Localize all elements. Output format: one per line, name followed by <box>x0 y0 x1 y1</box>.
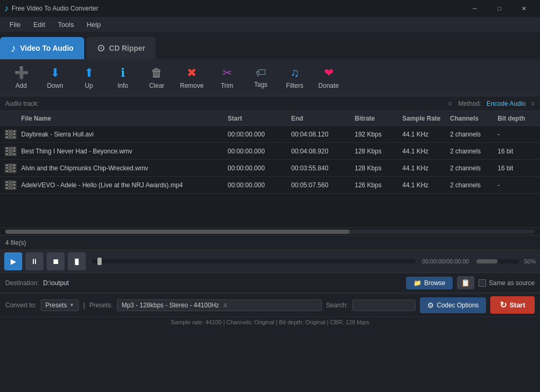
svg-rect-7 <box>8 130 13 139</box>
volume-track[interactable] <box>476 259 519 263</box>
channels-0: 2 channels <box>448 131 496 138</box>
same-source-check[interactable] <box>479 279 486 287</box>
samplerate-0: 44.1 KHz <box>400 131 448 138</box>
table-row[interactable]: Best Thing I Never Had - Beyonce.wmv 00:… <box>0 143 540 160</box>
convert-area: Convert to: Presets ▼ | Presets: Mp3 - 1… <box>0 293 540 327</box>
up-button[interactable]: ⬆ Up <box>73 63 105 93</box>
titlebar-left: ♪ Free Video To Audio Converter <box>4 4 98 13</box>
tab-music-icon: ♪ <box>11 42 16 54</box>
start-icon: ↻ <box>500 300 507 310</box>
tabbar: ♪ Video To Audio ⊙ CD Ripper <box>0 32 540 59</box>
filters-button[interactable]: ♫ Filters <box>279 63 311 93</box>
bitrate-0: 192 Kbps <box>353 131 400 138</box>
destination-row: Destination: D:\output 📁 Browse 📋 Same a… <box>0 273 540 293</box>
start-label: Start <box>509 301 525 309</box>
tab-cd-ripper[interactable]: ⊙ CD Ripper <box>86 37 156 59</box>
trim-button[interactable]: ✂ Trim <box>211 63 243 93</box>
svg-rect-3 <box>6 136 8 138</box>
info-text: Sample rate: 44100 | Channels: Original … <box>171 319 370 325</box>
search-input[interactable] <box>352 299 416 311</box>
table-row[interactable]: AdeleVEVO - Adele - Hello (Live at the N… <box>0 177 540 194</box>
file-icon-2 <box>2 163 19 173</box>
start-button[interactable]: ↻ Start <box>490 296 535 314</box>
play-button[interactable]: ▶ <box>4 252 22 270</box>
svg-rect-4 <box>13 131 15 132</box>
col-channels: Channels <box>448 115 496 122</box>
close-button[interactable]: ✕ <box>511 0 536 17</box>
convert-to-label: Convert to: <box>5 302 37 309</box>
menu-tools[interactable]: Tools <box>52 19 79 31</box>
codec-options-button[interactable]: ⚙ Codec Options <box>420 297 486 313</box>
menu-help[interactable]: Help <box>82 19 106 31</box>
minimize-button[interactable]: ─ <box>463 0 487 17</box>
remove-button[interactable]: ✖ Remove <box>175 63 209 93</box>
browse-label: Browse <box>424 279 445 287</box>
tab-cd-ripper-label: CD Ripper <box>109 44 145 52</box>
convert-type-select[interactable]: Presets ▼ <box>41 299 79 311</box>
presets-selector[interactable]: Mp3 - 128kbps - Stereo - 44100Hz ≡ <box>117 299 322 311</box>
same-as-source-checkbox[interactable]: Same as source <box>479 279 535 287</box>
horizontal-scrollbar[interactable] <box>0 227 540 235</box>
waveform-button[interactable]: ▐▌ <box>68 252 86 270</box>
donate-icon: ❤ <box>324 66 334 80</box>
pause-button[interactable]: ⏸ <box>25 252 43 270</box>
table-row[interactable]: Alvin and the Chipmunks Chip-Wrecked.wmv… <box>0 160 540 177</box>
file-icon-0 <box>2 130 19 139</box>
method-menu-icon[interactable]: ≡ <box>531 100 535 107</box>
bitrate-2: 128 Kbps <box>353 165 400 172</box>
menu-file[interactable]: File <box>4 19 26 31</box>
scroll-thumb[interactable] <box>5 230 349 234</box>
up-label: Up <box>85 82 93 89</box>
svg-rect-19 <box>6 170 8 172</box>
table-row[interactable]: Daybreak - Sierra Hull.avi 00:00:00.000 … <box>0 126 540 143</box>
progress-track[interactable] <box>92 259 416 263</box>
menu-edit[interactable]: Edit <box>28 19 50 31</box>
tags-label: Tags <box>254 81 267 88</box>
donate-button[interactable]: ❤ Donate <box>313 63 345 93</box>
channels-3: 2 channels <box>448 181 496 189</box>
presets-menu-icon: ≡ <box>223 302 227 309</box>
app-icon: ♪ <box>4 4 8 13</box>
maximize-button[interactable]: □ <box>487 0 511 17</box>
tab-video-to-audio[interactable]: ♪ Video To Audio <box>0 37 84 59</box>
search-label: Search: <box>326 302 348 309</box>
bitrate-3: 126 Kbps <box>353 181 400 189</box>
destination-path: D:\output <box>43 279 402 287</box>
svg-rect-1 <box>6 131 8 132</box>
down-button[interactable]: ⬇ Down <box>39 63 71 93</box>
volume-fill <box>476 259 498 263</box>
remove-label: Remove <box>180 82 204 89</box>
browse-button[interactable]: 📁 Browse <box>406 277 453 289</box>
svg-rect-11 <box>6 153 8 155</box>
svg-rect-2 <box>6 133 8 135</box>
info-button[interactable]: ℹ Info <box>107 63 139 93</box>
add-button[interactable]: ➕ Add <box>5 63 37 93</box>
presets-separator: | <box>83 301 85 309</box>
film-strip-icon <box>5 163 16 173</box>
down-icon: ⬇ <box>50 66 60 80</box>
clear-button[interactable]: 🗑 Clear <box>141 63 173 93</box>
bitdepth-1: 16 bit <box>496 148 538 155</box>
col-filename: File Name <box>19 115 226 122</box>
titlebar: ♪ Free Video To Audio Converter ─ □ ✕ <box>0 0 540 17</box>
svg-rect-20 <box>13 165 15 166</box>
tags-button[interactable]: 🏷 Tags <box>245 63 277 92</box>
svg-rect-13 <box>13 150 15 152</box>
svg-rect-30 <box>13 187 15 189</box>
bitdepth-2: 16 bit <box>496 165 538 172</box>
svg-rect-25 <box>6 181 8 183</box>
film-strip-icon <box>5 147 16 156</box>
folder-icon: 📁 <box>413 279 421 287</box>
samplerate-3: 44.1 KHz <box>400 181 448 189</box>
filename-0: Daybreak - Sierra Hull.avi <box>19 131 226 138</box>
svg-rect-5 <box>13 133 15 135</box>
select-arrow-icon: ▼ <box>69 302 74 308</box>
folder-shortcut-button[interactable]: 📋 <box>457 276 474 289</box>
status-bar: 4 file(s) <box>0 235 540 250</box>
audio-track-label: Audio track: <box>5 100 448 107</box>
svg-rect-6 <box>13 136 15 138</box>
add-label: Add <box>15 82 26 89</box>
time-display: 00:00:00/00:00:00 <box>422 258 469 265</box>
filename-1: Best Thing I Never Had - Beyonce.wmv <box>19 148 226 155</box>
stop-button[interactable]: ⏹ <box>47 252 65 270</box>
